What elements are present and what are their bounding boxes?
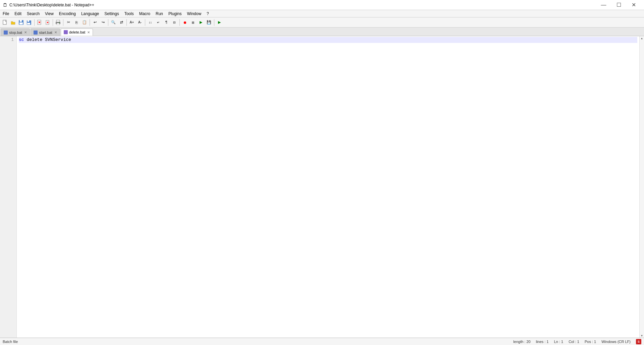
- scroll-track: [640, 40, 644, 334]
- toolbar-copy[interactable]: ⎘: [73, 19, 80, 26]
- maximize-button[interactable]: ☐: [611, 0, 626, 10]
- tab-delete-label: delete.bat: [69, 30, 85, 34]
- toolbar-sep-2: [53, 19, 53, 26]
- toolbar-macro-record[interactable]: ⏺: [181, 19, 189, 26]
- status-ln: Ln : 1: [554, 340, 564, 344]
- toolbar-sep-7: [145, 19, 145, 26]
- close-button[interactable]: ✕: [626, 0, 641, 10]
- toolbar-close-all[interactable]: [44, 19, 51, 26]
- tab-bar: stop.bat ✕ start.bat ✕ delete.bat ✕: [0, 27, 644, 36]
- title-bar: 🗒 C:\Users\Think\Desktop\delete.bat - No…: [0, 0, 644, 10]
- tab-start-close[interactable]: ✕: [54, 31, 57, 34]
- toolbar-zoom-in[interactable]: A+: [128, 19, 136, 26]
- toolbar-replace[interactable]: ⇄: [118, 19, 125, 26]
- toolbar-open[interactable]: [9, 19, 17, 26]
- menu-item-language[interactable]: Language: [78, 10, 102, 17]
- toolbar-zoom-out[interactable]: A-: [136, 19, 144, 26]
- tab-stop-close[interactable]: ✕: [24, 31, 27, 34]
- toolbar-sep-9: [214, 19, 214, 26]
- editor-container: 1 sc delete SVNService ▲ ▼: [0, 36, 644, 338]
- status-right: length : 20 lines : 1 Ln : 1 Col : 1 Pos…: [513, 339, 641, 344]
- title-controls: — ☐ ✕: [596, 0, 641, 10]
- scrollbar-right[interactable]: ▲ ▼: [639, 36, 644, 338]
- menu-item-encoding[interactable]: Encoding: [56, 10, 78, 17]
- menu-item-run[interactable]: Run: [153, 10, 166, 17]
- status-col: Col : 1: [569, 340, 579, 344]
- toolbar-save[interactable]: [17, 19, 25, 26]
- minimize-button[interactable]: —: [596, 0, 611, 10]
- tab-stop[interactable]: stop.bat ✕: [1, 28, 30, 36]
- toolbar-macro-stop[interactable]: ⏹: [189, 19, 197, 26]
- title-text: C:\Users\Think\Desktop\delete.bat - Note…: [9, 3, 94, 7]
- status-lines: lines : 1: [536, 340, 549, 344]
- scroll-up-btn[interactable]: ▲: [640, 36, 644, 40]
- status-eol: Windows (CR LF): [601, 340, 631, 344]
- menu-item-plugins[interactable]: Plugins: [166, 10, 184, 17]
- status-bar: Batch file length : 20 lines : 1 Ln : 1 …: [0, 338, 644, 345]
- status-left: Batch file: [3, 340, 18, 344]
- line-numbers: 1: [0, 36, 17, 338]
- tab-start-label: start.bat: [39, 31, 52, 35]
- toolbar-sep-3: [63, 19, 63, 26]
- svg-rect-2: [20, 20, 22, 22]
- toolbar-save-all[interactable]: [25, 19, 33, 26]
- svg-rect-6: [27, 23, 30, 24]
- toolbar-run[interactable]: ▶: [216, 19, 223, 26]
- menu-item-settings[interactable]: Settings: [102, 10, 121, 17]
- tab-delete-icon: [64, 30, 68, 34]
- menu-item-edit[interactable]: Edit: [12, 10, 24, 17]
- menu-item-?[interactable]: ?: [204, 10, 212, 17]
- editor-content[interactable]: sc delete SVNService: [17, 36, 639, 338]
- tab-stop-icon: [4, 31, 8, 35]
- tab-stop-label: stop.bat: [9, 31, 22, 35]
- tab-delete-close[interactable]: ✕: [87, 31, 90, 34]
- toolbar-redo[interactable]: ↪: [99, 19, 107, 26]
- toolbar-paste[interactable]: 📋: [81, 19, 88, 26]
- menu-item-macro[interactable]: Macro: [137, 10, 153, 17]
- toolbar-sep-1: [34, 19, 35, 26]
- toolbar-indent-guide[interactable]: ⊟: [171, 19, 178, 26]
- toolbar-all-chars[interactable]: ¶: [163, 19, 170, 26]
- toolbar-print[interactable]: [54, 19, 62, 26]
- toolbar-find[interactable]: 🔍: [110, 19, 117, 26]
- menu-item-window[interactable]: Window: [184, 10, 204, 17]
- toolbar-sep-4: [90, 19, 90, 26]
- file-type: Batch file: [3, 340, 18, 344]
- svg-point-16: [59, 22, 60, 23]
- svg-rect-3: [19, 22, 23, 24]
- code-line-1: sc delete SVNService: [19, 37, 637, 43]
- status-icon-1: S: [636, 339, 641, 344]
- toolbar-word-wrap[interactable]: ↵: [155, 19, 162, 26]
- status-length: length : 20: [513, 340, 530, 344]
- menu-item-file[interactable]: File: [0, 10, 12, 17]
- title-bar-left: 🗒 C:\Users\Think\Desktop\delete.bat - No…: [3, 2, 94, 8]
- code-keyword-sc: sc: [19, 37, 24, 42]
- menu-item-view[interactable]: View: [42, 10, 56, 17]
- menu-item-search[interactable]: Search: [24, 10, 42, 17]
- toolbar-sep-8: [179, 19, 180, 26]
- tab-start[interactable]: start.bat ✕: [31, 28, 60, 36]
- toolbar-sep-5: [108, 19, 108, 26]
- svg-rect-15: [57, 23, 59, 25]
- toolbar-undo[interactable]: ↩: [91, 19, 99, 26]
- toolbar-macro-save[interactable]: 💾: [205, 19, 213, 26]
- line-number-1: 1: [0, 37, 14, 43]
- toolbar-sep-6: [126, 19, 127, 26]
- tab-delete[interactable]: delete.bat ✕: [61, 28, 93, 36]
- scroll-down-btn[interactable]: ▼: [640, 334, 644, 338]
- app-icon: 🗒: [3, 2, 7, 8]
- toolbar-new[interactable]: [1, 19, 9, 26]
- toolbar-sync-scroll[interactable]: ↕↕: [147, 19, 154, 26]
- toolbar-close[interactable]: [36, 19, 43, 26]
- toolbar-cut[interactable]: ✂: [65, 19, 72, 26]
- status-pos: Pos : 1: [585, 340, 596, 344]
- svg-rect-5: [28, 20, 29, 22]
- tab-start-icon: [34, 31, 38, 35]
- menu-bar: FileEditSearchViewEncodingLanguageSettin…: [0, 10, 644, 17]
- toolbar: ✂ ⎘ 📋 ↩ ↪ 🔍 ⇄ A+ A- ↕↕ ↵ ¶ ⊟ ⏺ ⏹ ▶ 💾 ▶: [0, 17, 644, 27]
- toolbar-macro-play[interactable]: ▶: [197, 19, 205, 26]
- status-icons: S: [636, 339, 641, 344]
- menu-item-tools[interactable]: Tools: [122, 10, 137, 17]
- code-content-1: delete SVNService: [24, 37, 71, 42]
